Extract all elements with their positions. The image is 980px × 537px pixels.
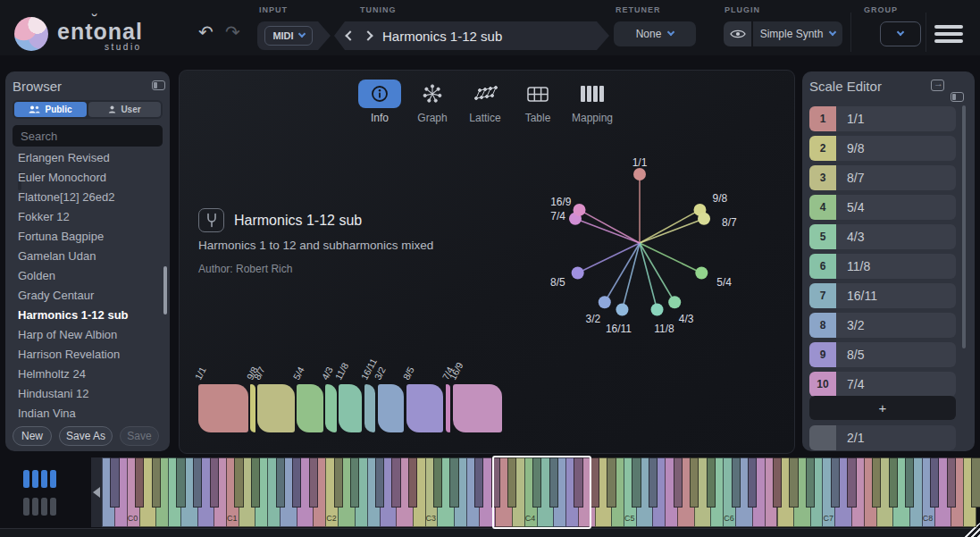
piano-key-black[interactable]: [847, 457, 856, 508]
interval-bar-segment[interactable]: [364, 384, 376, 432]
list-item[interactable]: Golden: [5, 266, 163, 286]
interval-bar-segment[interactable]: [406, 384, 444, 432]
piano-key-black[interactable]: [632, 457, 641, 508]
tuning-title[interactable]: Harmonics 1-12 sub: [382, 29, 502, 44]
scale-degree-row[interactable]: 98/5: [809, 342, 956, 367]
interval-dot[interactable]: [574, 204, 586, 216]
piano-key-black[interactable]: [110, 457, 119, 508]
piano-key-black[interactable]: [532, 457, 541, 508]
interval-dot[interactable]: [695, 267, 708, 280]
scale-degree-row[interactable]: 611/8: [809, 254, 956, 279]
tab-user[interactable]: User: [88, 102, 161, 117]
interval-bar-segment[interactable]: [453, 384, 503, 432]
piano-key-black[interactable]: [408, 457, 417, 508]
interval-bar-segment[interactable]: [198, 384, 248, 432]
piano-key-black[interactable]: [591, 457, 599, 508]
interval-dot[interactable]: [668, 296, 681, 308]
piano-key-black[interactable]: [930, 457, 939, 508]
piano-key-black[interactable]: [474, 457, 483, 508]
piano-key-black[interactable]: [607, 457, 616, 508]
tab-table[interactable]: [516, 80, 559, 108]
piano-key-black[interactable]: [507, 457, 516, 508]
interval-bar-segment[interactable]: [339, 384, 362, 432]
list-item[interactable]: Fokker 12: [5, 207, 163, 227]
save-button[interactable]: Save: [120, 426, 159, 446]
list-item[interactable]: Harmonics 1-12 sub: [5, 306, 163, 325]
list-item[interactable]: Euler Monochord: [5, 168, 163, 188]
scale-degree-row[interactable]: 54/3: [809, 224, 956, 249]
piano-key-black[interactable]: [251, 457, 260, 508]
browser-scrollbar[interactable]: [163, 266, 167, 315]
piano-key-black[interactable]: [210, 457, 219, 508]
plugin-dropdown[interactable]: Simple Synth: [753, 21, 842, 46]
interval-bar-segment[interactable]: [250, 384, 255, 432]
piano-key-black[interactable]: [971, 457, 980, 508]
piano-key-black[interactable]: [905, 457, 914, 508]
octave-row[interactable]: 2/1: [809, 425, 956, 450]
piano-key-black[interactable]: [350, 457, 359, 508]
piano-key-black[interactable]: [433, 457, 442, 508]
redo-icon[interactable]: ↷: [225, 22, 240, 42]
piano-key-black[interactable]: [193, 457, 202, 508]
piano-key-black[interactable]: [806, 457, 815, 508]
piano-key-black[interactable]: [707, 457, 716, 508]
list-item[interactable]: Erlangen Revised: [5, 148, 163, 168]
collapse-panel-icon[interactable]: [951, 92, 964, 102]
previous-tuning-icon[interactable]: [345, 30, 355, 40]
scale-degree-row[interactable]: 11/1: [809, 106, 956, 131]
piano-key-black[interactable]: [234, 457, 243, 508]
piano-key-black[interactable]: [391, 457, 400, 508]
piano-key-black[interactable]: [789, 457, 798, 508]
piano-key-black[interactable]: [674, 457, 683, 508]
interval-bar-segment[interactable]: [378, 384, 405, 432]
list-item[interactable]: Grady Centaur: [5, 286, 163, 306]
group-dropdown[interactable]: [880, 21, 921, 46]
interval-bar-segment[interactable]: [325, 384, 337, 432]
scale-degree-row[interactable]: 716/11: [809, 283, 956, 308]
list-item[interactable]: Helmholtz 24: [5, 365, 163, 384]
save-as-button[interactable]: Save As: [59, 426, 113, 446]
piano-key-black[interactable]: [732, 457, 741, 508]
interval-dot[interactable]: [698, 213, 710, 225]
scale-degree-row[interactable]: 45/4: [809, 195, 956, 220]
piano-key-black[interactable]: [491, 457, 500, 508]
piano-key-black[interactable]: [375, 457, 384, 508]
piano-key-black[interactable]: [135, 457, 144, 508]
piano-key-black[interactable]: [176, 457, 185, 508]
piano-key-black[interactable]: [872, 457, 881, 508]
list-item[interactable]: Hindustani 12: [5, 384, 163, 404]
undo-icon[interactable]: ↶: [198, 22, 214, 42]
tab-lattice[interactable]: [464, 80, 507, 108]
new-button[interactable]: New: [13, 426, 52, 446]
piano-key-black[interactable]: [309, 457, 318, 508]
collapse-panel-icon[interactable]: [152, 80, 165, 90]
plugin-visibility-button[interactable]: [724, 21, 751, 46]
menu-icon[interactable]: [934, 25, 963, 46]
keyboard-view-button-inactive[interactable]: [23, 498, 56, 516]
scale-degree-row[interactable]: 38/7: [809, 165, 956, 190]
list-item[interactable]: Gamelan Udan: [5, 247, 163, 266]
piano-key-black[interactable]: [773, 457, 782, 508]
scale-editor-scrollbar[interactable]: [962, 105, 966, 348]
keyboard-scroll-strip[interactable]: [91, 457, 102, 527]
list-item[interactable]: Harrison Revelation: [5, 345, 163, 365]
piano-key-black[interactable]: [649, 457, 658, 508]
piano-key-black[interactable]: [831, 457, 840, 508]
interval-bar-segment[interactable]: [446, 384, 450, 432]
piano-key-black[interactable]: [334, 457, 343, 508]
piano-key-black[interactable]: [292, 457, 301, 508]
midi-input-dropdown[interactable]: MIDI: [264, 26, 313, 46]
tab-mapping[interactable]: [571, 80, 614, 108]
piano-key-black[interactable]: [889, 457, 898, 508]
interval-dot[interactable]: [651, 303, 664, 315]
piano-key-black[interactable]: [276, 457, 285, 508]
list-item[interactable]: Indian Vina: [5, 404, 163, 424]
scale-degree-row[interactable]: 83/2: [809, 313, 956, 338]
retuner-dropdown[interactable]: None: [614, 21, 696, 46]
export-scale-icon[interactable]: [931, 80, 944, 91]
piano-key-black[interactable]: [449, 457, 458, 508]
list-item[interactable]: Fortuna Bagpipe: [5, 227, 163, 247]
interval-dot[interactable]: [616, 303, 628, 315]
piano-key-black[interactable]: [152, 457, 161, 508]
scale-degree-row[interactable]: 107/4: [809, 372, 956, 397]
